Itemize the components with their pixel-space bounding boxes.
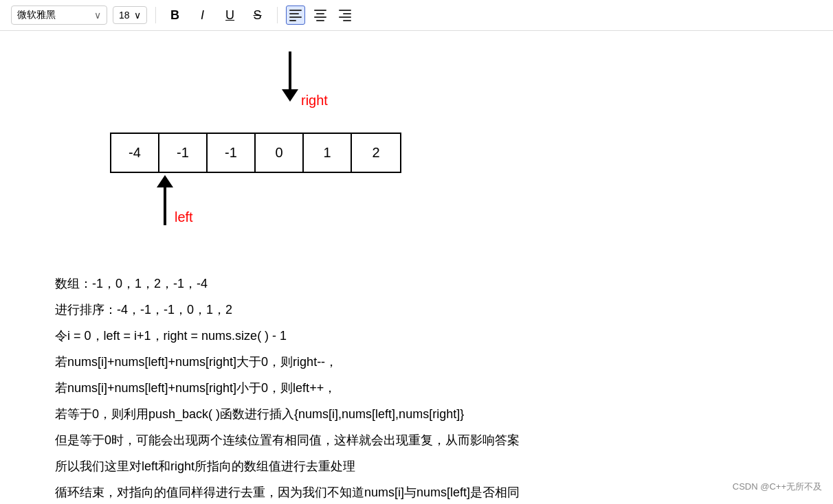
array-cell-1: -1 — [159, 134, 208, 172]
text-line-4: 若nums[i]+nums[left]+nums[right]小于0，则left… — [55, 376, 632, 400]
array-cell-5: 2 — [352, 134, 400, 172]
left-arrow — [157, 175, 173, 225]
align-right-button[interactable] — [335, 5, 355, 25]
watermark: CSDN @C++无所不及 — [733, 481, 822, 493]
text-content: 数组：-1，0，1，2，-1，-4 进行排序：-4，-1，-1，0，1，2 令i… — [55, 271, 632, 504]
array-cell-2: -1 — [208, 134, 256, 172]
font-name-select[interactable]: 微软雅黑 ∨ — [11, 5, 107, 25]
separator-2 — [277, 7, 278, 23]
underline-button[interactable]: U — [219, 4, 241, 26]
arrow-head-up — [157, 175, 173, 187]
bold-button[interactable]: B — [164, 4, 186, 26]
text-line-2: 令i = 0，left = i+1，right = nums.size( ) -… — [55, 323, 632, 348]
arrow-head — [282, 89, 298, 102]
strikethrough-button[interactable]: S — [247, 4, 269, 26]
text-line-6: 但是等于0时，可能会出现两个连续位置有相同值，这样就会出现重复，从而影响答案 — [55, 428, 632, 453]
font-size-chevron: ∨ — [134, 10, 141, 21]
align-center-button[interactable] — [311, 5, 330, 25]
text-line-7: 所以我们这里对left和right所指向的数组值进行去重处理 — [55, 454, 632, 479]
align-right-icon — [339, 10, 351, 21]
font-size-select[interactable]: 18 ∨ — [113, 6, 147, 24]
align-left-button[interactable] — [286, 5, 305, 25]
font-name-label: 微软雅黑 — [17, 9, 56, 21]
align-center-icon — [314, 10, 326, 21]
separator-1 — [155, 7, 156, 23]
array-cell-4: 1 — [304, 134, 352, 172]
diagram-container: right -4 -1 -1 0 1 2 left — [55, 51, 399, 257]
text-line-0: 数组：-1，0，1，2，-1，-4 — [55, 271, 632, 296]
right-arrow — [282, 51, 298, 102]
left-label: left — [175, 209, 193, 225]
array-cell-3: 0 — [256, 134, 304, 172]
arrow-shaft — [289, 51, 291, 89]
toolbar: 微软雅黑 ∨ 18 ∨ B I U S — [0, 0, 833, 31]
font-size-label: 18 — [119, 10, 130, 21]
array-row: -4 -1 -1 0 1 2 — [110, 133, 401, 173]
right-label: right — [301, 93, 328, 108]
font-name-chevron: ∨ — [94, 10, 101, 21]
italic-button[interactable]: I — [192, 4, 214, 26]
text-line-3: 若nums[i]+nums[left]+nums[right]大于0，则righ… — [55, 350, 632, 374]
text-line-1: 进行排序：-4，-1，-1，0，1，2 — [55, 297, 632, 322]
content-area: right -4 -1 -1 0 1 2 left 数组：-1，0，1，2，-1… — [0, 31, 687, 504]
align-left-icon — [289, 10, 302, 21]
array-cell-0: -4 — [111, 134, 159, 172]
text-line-8: 循环结束，对指向的值同样得进行去重，因为我们不知道nums[i]与nums[le… — [55, 480, 632, 504]
arrow-shaft-up — [164, 187, 166, 225]
text-line-5: 若等于0，则利用push_back( )函数进行插入{nums[i],nums[… — [55, 402, 632, 426]
